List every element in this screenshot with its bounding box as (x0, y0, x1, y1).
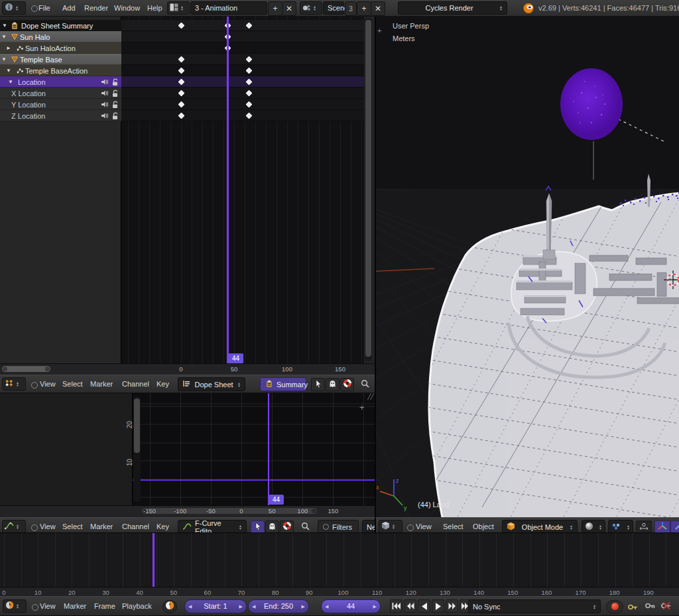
scene-name-field[interactable]: Scene (323, 1, 344, 15)
current-frame-field[interactable]: ◀ 44 ▶ (321, 599, 381, 613)
expander-icon[interactable]: ▼ (1, 34, 7, 40)
channel-row-y-location[interactable]: Y Location (0, 99, 121, 110)
graph-editor-curve-area[interactable]: + ╱╱ (133, 393, 375, 505)
header-collapse-toggle[interactable] (31, 382, 38, 389)
editor-type-button-info[interactable]: ▲▼ (2, 1, 26, 15)
horizontal-scrollbar[interactable] (2, 366, 50, 372)
menu-render[interactable]: Render (84, 4, 108, 12)
pivot-point-dropdown[interactable]: ▲▼ (608, 520, 633, 534)
expander-icon[interactable]: ▼ (8, 79, 13, 85)
expander-icon[interactable]: ▼ (6, 68, 11, 74)
current-frame-badge[interactable]: 44 (228, 353, 243, 363)
screen-layout-icon-button[interactable]: ▲▼ (167, 1, 190, 15)
menu-object[interactable]: Object (473, 523, 494, 530)
zoom-tool-button[interactable] (298, 521, 312, 534)
unlock-icon[interactable] (111, 90, 119, 99)
unlock-icon[interactable] (111, 112, 119, 121)
previous-keyframe-button[interactable] (404, 599, 416, 613)
sync-mode-dropdown[interactable]: No Sync ▲▼ (468, 599, 601, 613)
delete-layout-button[interactable]: ✕ (282, 1, 296, 16)
horizontal-scrollbar[interactable] (142, 508, 317, 514)
menu-view[interactable]: View (416, 523, 432, 530)
channel-row-z-location[interactable]: Z Location (0, 110, 121, 121)
viewport-3d[interactable]: z y x User Persp Meters + (44) Land (375, 17, 679, 517)
speaker-icon[interactable] (101, 90, 109, 99)
scene-users-count-button[interactable]: 3 (345, 1, 357, 16)
header-collapse-toggle[interactable] (32, 604, 38, 611)
dope-sheet-frame-ruler[interactable]: 050100150 (0, 363, 375, 375)
play-reverse-button[interactable] (418, 599, 430, 613)
sun-halo-sphere[interactable] (560, 68, 623, 140)
menu-playback[interactable]: Playback (122, 602, 152, 610)
speaker-icon[interactable] (101, 78, 109, 88)
graph-mode-dropdown[interactable]: F-Curve Edito ▲▼ (178, 520, 247, 534)
zoom-tool-button[interactable] (358, 378, 372, 391)
keying-set-icon[interactable] (627, 602, 639, 614)
auto-snap-button[interactable] (340, 378, 354, 391)
header-collapse-toggle[interactable] (31, 5, 38, 12)
menu-channel[interactable]: Channel (122, 380, 149, 388)
current-frame-playhead[interactable] (227, 17, 229, 363)
transform-markers-button[interactable] (311, 378, 325, 391)
menu-channel[interactable]: Channel (122, 523, 149, 530)
expander-icon[interactable]: ▼ (1, 56, 7, 62)
menu-marker[interactable]: Marker (64, 602, 86, 610)
proportional-edit-button[interactable] (636, 521, 652, 534)
editor-type-button-3d-view[interactable]: ▲▼ (379, 520, 402, 533)
next-keyframe-button[interactable] (446, 599, 458, 613)
channel-row-sun-haloaction[interactable]: ►Sun HaloAction (0, 42, 121, 54)
transform-markers-button[interactable] (251, 521, 265, 534)
menu-view[interactable]: View (40, 380, 56, 388)
menu-select[interactable]: Select (62, 523, 83, 530)
menu-key[interactable]: Key (156, 380, 169, 388)
channel-row-sun-halo[interactable]: ▼Sun Halo (0, 31, 121, 42)
corner-resize-handle[interactable]: ╱╱ (367, 393, 373, 400)
channel-row-temple-base[interactable]: ▼Temple Base (0, 54, 121, 65)
channel-row-dope-sheet-summary[interactable]: ▼Dope Sheet Summary (0, 20, 121, 31)
vertical-scrollbar[interactable] (365, 18, 372, 361)
current-frame-playhead[interactable] (268, 393, 270, 505)
ghost-curves-button[interactable] (265, 521, 279, 534)
interaction-mode-dropdown[interactable]: Object Mode ▲▼ (502, 520, 578, 534)
ghost-frames-button[interactable] (326, 378, 340, 391)
current-frame-badge[interactable]: 44 (269, 495, 284, 505)
preview-range-button[interactable] (162, 600, 177, 613)
menu-select[interactable]: Select (443, 523, 463, 530)
filters-toggle[interactable]: Filters (318, 520, 359, 534)
play-button[interactable] (432, 599, 444, 613)
menu-marker[interactable]: Marker (90, 523, 113, 530)
menu-view[interactable]: View (40, 523, 56, 530)
insert-keyframe-button[interactable] (643, 600, 657, 613)
dope-sheet-key-area[interactable] (121, 17, 364, 363)
add-scene-button[interactable]: + (357, 1, 371, 16)
manipulator-toggle-button[interactable] (654, 521, 670, 534)
speaker-icon[interactable] (101, 112, 109, 121)
jump-to-start-button[interactable] (390, 599, 402, 613)
region-expand-icon[interactable]: + (377, 27, 381, 34)
menu-add[interactable]: Add (62, 4, 76, 12)
editor-type-button-dope-sheet[interactable]: ▲▼ (2, 377, 26, 391)
region-expand-icon[interactable]: + (359, 402, 365, 412)
speaker-icon[interactable] (101, 101, 109, 110)
timeline-editor[interactable]: 0102030405060708090100110120130140150160… (0, 532, 679, 596)
viewport-shading-dropdown[interactable]: ▲▼ (582, 520, 605, 534)
expander-icon[interactable]: ▼ (2, 23, 7, 29)
menu-help[interactable]: Help (147, 4, 162, 12)
snap-dropdown[interactable]: Neare (362, 520, 375, 534)
header-collapse-toggle[interactable] (407, 524, 414, 531)
menu-view[interactable]: View (40, 602, 56, 610)
unlock-icon[interactable] (111, 101, 119, 110)
frame-start-slider[interactable]: ◀ Start: 1 ▶ (184, 599, 247, 613)
timeline-frame-ruler[interactable]: 0102030405060708090100110120130140150160… (0, 587, 679, 596)
menu-file[interactable]: File (38, 4, 50, 12)
translate-manipulator-button[interactable] (670, 521, 679, 534)
fcurve-line[interactable] (133, 479, 375, 481)
delete-keyframe-button[interactable] (659, 600, 673, 613)
frame-end-slider[interactable]: ◀ End: 250 ▶ (248, 599, 309, 613)
vertical-scrollbar[interactable] (133, 396, 141, 502)
menu-window[interactable]: Window (114, 4, 140, 12)
menu-frame[interactable]: Frame (94, 602, 115, 610)
add-layout-button[interactable]: + (268, 1, 282, 16)
menu-marker[interactable]: Marker (90, 380, 113, 388)
header-collapse-toggle[interactable] (31, 524, 38, 531)
